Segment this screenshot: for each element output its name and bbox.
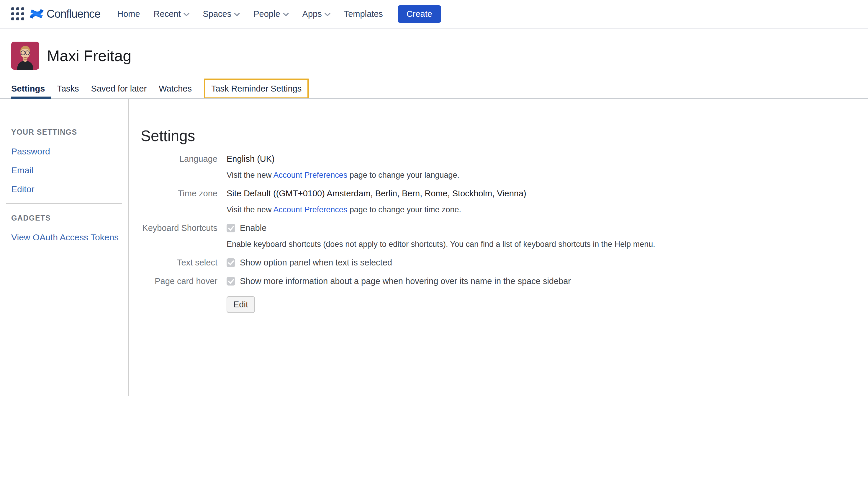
tab-settings[interactable]: Settings [11, 84, 45, 94]
account-preferences-link[interactable]: Account Preferences [274, 171, 348, 180]
top-navbar: Confluence Home Recent Spaces People App… [0, 0, 868, 29]
sidebar-section-title: GADGETS [11, 214, 128, 222]
time-zone-label: Time zone [141, 188, 227, 199]
nav-item-apps[interactable]: Apps [302, 9, 330, 19]
profile-header: Maxi Freitag [11, 41, 868, 70]
time-zone-value: Site Default ((GMT+0100) Amsterdam, Berl… [227, 188, 868, 199]
create-button[interactable]: Create [398, 5, 441, 23]
avatar-image [11, 41, 39, 70]
active-tab-underline [11, 97, 51, 99]
sidebar-item-view-oauth-access-tokens[interactable]: View OAuth Access Tokens [11, 232, 128, 242]
text-select-label: Text select [141, 257, 227, 268]
page-card-hover-option-label: Show more information about a page when … [240, 276, 571, 287]
app-switcher-icon[interactable] [11, 8, 24, 20]
page-card-hover-row: Page card hover Show more information ab… [141, 276, 868, 287]
account-preferences-link[interactable]: Account Preferences [274, 205, 348, 214]
nav-item-recent[interactable]: Recent [154, 9, 189, 19]
hint-text: page to change your time zone. [347, 205, 461, 214]
primary-nav: Home Recent Spaces People Apps Templates [117, 9, 383, 19]
hint-text: Visit the new [227, 205, 274, 214]
tab-watches[interactable]: Watches [159, 84, 192, 94]
hint-text: Visit the new [227, 171, 274, 180]
language-value: English (UK) [227, 154, 868, 164]
page-card-hover-label: Page card hover [141, 276, 227, 287]
text-select-option-label: Show option panel when text is selected [240, 257, 392, 268]
page-title: Maxi Freitag [47, 47, 131, 65]
confluence-logo-icon [29, 7, 44, 21]
tabs-divider [0, 98, 868, 99]
tab-task-reminder-settings[interactable]: Task Reminder Settings [204, 78, 309, 99]
time-zone-hint: Visit the new Account Preferences page t… [227, 205, 868, 215]
chevron-down-icon [325, 13, 330, 16]
sidebar-item-password[interactable]: Password [11, 146, 128, 157]
settings-sidebar: YOUR SETTINGS Password Email Editor GADG… [0, 99, 129, 396]
nav-item-templates[interactable]: Templates [344, 9, 383, 19]
language-hint: Visit the new Account Preferences page t… [227, 170, 868, 180]
tab-saved-for-later[interactable]: Saved for later [91, 84, 147, 94]
keyboard-shortcuts-row: Keyboard Shortcuts Enable Enable keyboar… [141, 223, 868, 249]
confluence-wordmark: Confluence [47, 8, 100, 20]
time-zone-row: Time zone Site Default ((GMT+0100) Amste… [141, 188, 868, 215]
sidebar-section-title: YOUR SETTINGS [11, 128, 128, 136]
settings-heading: Settings [141, 127, 868, 145]
confluence-logo[interactable]: Confluence [29, 7, 100, 21]
chevron-down-icon [234, 13, 240, 16]
edit-button[interactable]: Edit [227, 296, 255, 313]
keyboard-shortcuts-label: Keyboard Shortcuts [141, 223, 227, 233]
sidebar-divider [6, 203, 122, 204]
nav-item-people[interactable]: People [253, 9, 289, 19]
keyboard-shortcuts-hint: Enable keyboard shortcuts (does not appl… [227, 239, 868, 249]
text-select-checkbox[interactable] [227, 258, 235, 267]
edit-row: Edit [141, 294, 868, 313]
settings-panel: Settings Language English (UK) Visit the… [129, 99, 868, 321]
hint-text: page to change your language. [347, 171, 460, 180]
sidebar-item-email[interactable]: Email [11, 165, 128, 175]
sidebar-item-editor[interactable]: Editor [11, 184, 128, 194]
page-card-hover-checkbox[interactable] [227, 277, 235, 285]
avatar [11, 41, 39, 70]
language-label: Language [141, 154, 227, 164]
profile-tabs: Settings Tasks Saved for later Watches T… [0, 78, 868, 99]
nav-item-spaces[interactable]: Spaces [203, 9, 240, 19]
text-select-row: Text select Show option panel when text … [141, 257, 868, 268]
chevron-down-icon [184, 13, 189, 16]
chevron-down-icon [283, 13, 289, 16]
tab-tasks[interactable]: Tasks [57, 84, 79, 94]
keyboard-shortcuts-checkbox[interactable] [227, 224, 235, 232]
keyboard-shortcuts-option-label: Enable [240, 223, 266, 233]
language-row: Language English (UK) Visit the new Acco… [141, 154, 868, 180]
nav-item-home[interactable]: Home [117, 9, 140, 19]
